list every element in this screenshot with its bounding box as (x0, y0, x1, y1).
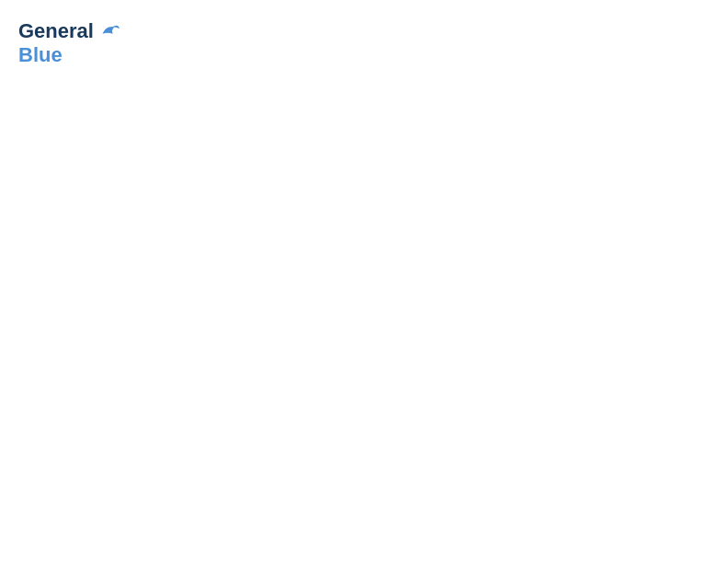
logo: General Blue (18, 18, 121, 66)
logo-text-blue: Blue (18, 43, 63, 66)
page-header: General Blue (18, 18, 710, 66)
logo-bird-icon (96, 18, 121, 44)
logo-text: General (18, 20, 94, 42)
